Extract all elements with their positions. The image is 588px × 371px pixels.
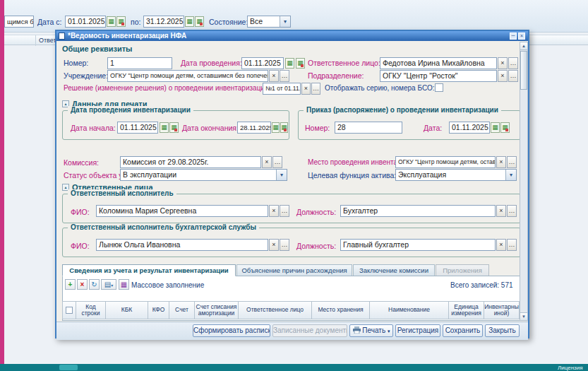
fio-field[interactable]: Лынюк Ольга Ивановна	[96, 239, 268, 251]
clear-icon[interactable]: ×	[301, 83, 311, 95]
registration-button[interactable]: Регистрация	[395, 324, 440, 337]
calendar-icon[interactable]: ▦	[285, 58, 294, 69]
status-value: В эксплуатации	[123, 170, 176, 179]
refresh-icon[interactable]: ↻	[89, 279, 100, 290]
tab-records[interactable]: Сведения из учета и результат инвентариз…	[62, 264, 236, 276]
calendar-today-icon[interactable]: ▦	[116, 16, 126, 27]
date-to-label: по:	[131, 18, 140, 26]
column-header[interactable]: Счет	[169, 301, 195, 319]
clear-icon[interactable]: ×	[496, 239, 506, 251]
calendar-icon[interactable]: ▦	[272, 122, 280, 133]
column-header[interactable]: Счет списания амортизации	[195, 301, 239, 319]
section-general-title: Общие реквизиты	[62, 45, 132, 53]
lookup-icon[interactable]: …	[508, 70, 518, 82]
bso-checkbox[interactable]	[435, 83, 443, 92]
lookup-icon[interactable]: …	[507, 239, 517, 251]
start-date-field[interactable]: 01.11.2025	[117, 122, 158, 134]
end-date-field[interactable]: 28.11.2025	[237, 122, 271, 134]
mass-fill-label[interactable]: Массовое заполнение	[131, 281, 204, 289]
scroll-down-icon[interactable]: ▼	[520, 312, 527, 320]
print-button[interactable]: Печать ▾	[349, 324, 393, 337]
date-from-label: Дата с:	[37, 18, 61, 26]
order-date-field[interactable]: 01.11.2025	[449, 122, 490, 134]
status-select[interactable]: В эксплуатации ▾	[120, 169, 287, 181]
clear-icon[interactable]: ×	[496, 205, 506, 217]
close-icon[interactable]: ×	[518, 33, 525, 40]
mass-fill-icon[interactable]: ▦	[119, 279, 129, 290]
scrollbar-thumb[interactable]	[520, 51, 527, 90]
post-field[interactable]: Главный бухгалтер	[340, 239, 496, 251]
order-number-field[interactable]: 28	[335, 122, 402, 134]
calendar-today-icon[interactable]: ▦	[296, 58, 305, 69]
export-menu-icon[interactable]: ▤▾	[101, 279, 116, 290]
clear-icon[interactable]: ×	[262, 156, 272, 168]
select-all-checkbox[interactable]	[66, 307, 73, 314]
create-receipt-button[interactable]: Сформировать расписку	[193, 324, 270, 337]
calendar-icon[interactable]: ▦	[185, 16, 194, 27]
fio-field[interactable]: Коломина Мария Сергеевна	[96, 205, 268, 217]
division-label: Подразделение:	[308, 71, 364, 80]
calendar-today-icon[interactable]: ▦	[169, 122, 179, 133]
dialog-scrollbar[interactable]: ▲ ▼	[520, 42, 528, 321]
order-number-label: Номер:	[305, 124, 330, 132]
add-row-icon[interactable]: +	[65, 279, 76, 290]
column-header[interactable]: Наименование	[370, 301, 449, 319]
column-header[interactable]: Ответственное лицо	[239, 301, 312, 319]
division-field[interactable]: ОГКУ "Центр "Росток"	[380, 70, 497, 82]
lookup-icon[interactable]: …	[280, 239, 289, 251]
lookup-icon[interactable]: …	[311, 83, 320, 95]
lookup-icon[interactable]: …	[508, 57, 518, 69]
close-button[interactable]: Закрыть	[485, 324, 520, 337]
lookup-icon[interactable]: …	[280, 205, 289, 217]
column-header[interactable]: Инвентарны иной)	[484, 301, 520, 319]
calendar-icon[interactable]: ▦	[160, 122, 169, 133]
state-select[interactable]: Все ▾	[247, 16, 291, 28]
post-field[interactable]: Бухгалтер	[340, 205, 496, 217]
commission-field[interactable]: Комиссия от 29.08.2025г.	[120, 156, 261, 168]
decision-field[interactable]: №1 от 01.11.2025	[263, 83, 301, 95]
delete-row-icon[interactable]: ×	[77, 279, 88, 290]
calendar-icon[interactable]: ▦	[491, 122, 500, 133]
column-divider	[35, 35, 36, 46]
lookup-icon[interactable]: …	[280, 70, 289, 82]
calendar-icon[interactable]: ▦	[107, 16, 116, 27]
target-function-select[interactable]: Эксплуатация ▾	[395, 169, 517, 181]
column-header[interactable]: Место хранения	[312, 301, 370, 319]
tab-conclusion[interactable]: Заключение комиссии	[353, 264, 435, 276]
column-header[interactable]: Код строки	[76, 301, 106, 319]
responsible-field[interactable]: Федотова Ирина Михайловна	[380, 57, 497, 69]
clear-icon[interactable]: ×	[269, 205, 279, 217]
minimize-icon[interactable]: ─	[510, 33, 517, 40]
chevron-down-icon[interactable]: ▾	[280, 16, 290, 27]
scroll-up-icon[interactable]: ▲	[520, 42, 527, 50]
column-header[interactable]: КБК	[106, 301, 148, 319]
calendar-today-icon[interactable]: ▦	[195, 16, 204, 27]
tab-discrepancy[interactable]: Объяснение причин расхождения	[236, 264, 352, 276]
clear-icon[interactable]: ×	[269, 70, 279, 82]
lookup-icon[interactable]: …	[507, 205, 517, 217]
clear-icon[interactable]: ×	[269, 239, 279, 251]
clear-icon[interactable]: ×	[498, 57, 508, 69]
taskbar-button[interactable]	[59, 365, 78, 370]
calendar-today-icon[interactable]: ▦	[500, 122, 510, 133]
chevron-down-icon[interactable]: ▾	[505, 170, 516, 180]
lookup-icon[interactable]: …	[507, 156, 517, 168]
save-button[interactable]: Сохранить	[443, 324, 483, 337]
number-field[interactable]: 1	[107, 57, 172, 69]
date-from-field[interactable]: 01.01.2025	[65, 16, 106, 28]
lookup-icon[interactable]: …	[272, 156, 282, 168]
dialog-titlebar[interactable]: *Ведомость инвентаризация НФА ─ ×	[56, 31, 528, 41]
truncated-background-field[interactable]: щимся без г	[4, 16, 34, 28]
place-field[interactable]: ОГКУ "Центр помощи детям, оставшимся б	[395, 156, 496, 168]
calendar-today-icon[interactable]: ▦	[280, 122, 288, 133]
column-header[interactable]: Единица измерения	[449, 301, 484, 319]
clear-icon[interactable]: ×	[496, 156, 506, 168]
select-all-header	[62, 301, 76, 319]
clear-icon[interactable]: ×	[498, 70, 508, 82]
chevron-down-icon[interactable]: ▾	[276, 170, 287, 180]
date-to-field[interactable]: 31.12.2025	[143, 16, 184, 28]
institution-field[interactable]: ОГКУ "Центр помощи детям, оставшимся без…	[107, 70, 268, 82]
date-field[interactable]: 01.11.2025	[241, 57, 284, 69]
target-function-label: Целевая функция актива:	[308, 171, 396, 179]
column-header[interactable]: КФО	[148, 301, 169, 319]
